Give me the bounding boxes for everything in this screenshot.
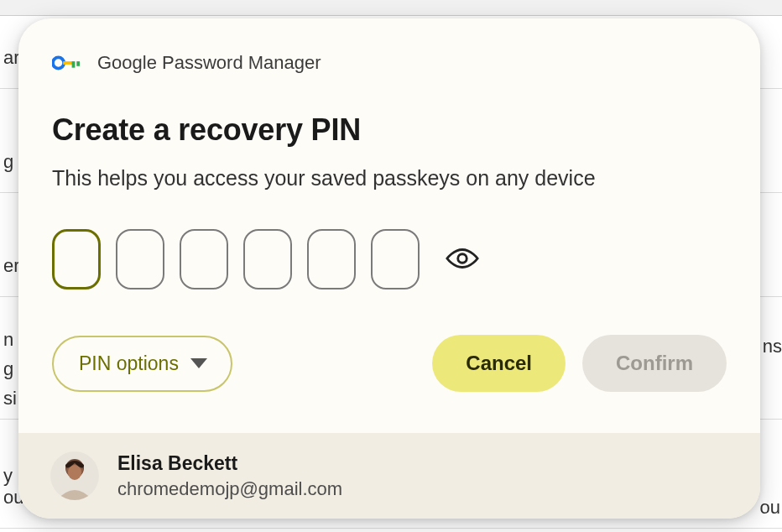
- svg-rect-3: [76, 61, 80, 66]
- svg-point-8: [68, 465, 81, 480]
- pin-digit-1[interactable]: [52, 229, 101, 289]
- svg-point-0: [53, 57, 64, 68]
- user-name: Elisa Beckett: [117, 452, 342, 475]
- pin-input-row: [52, 229, 727, 289]
- svg-point-4: [458, 253, 467, 263]
- app-header: Google Password Manager: [52, 52, 727, 74]
- bg-text: ou: [760, 497, 780, 519]
- pin-digit-6[interactable]: [371, 229, 420, 289]
- pin-digit-2[interactable]: [116, 229, 164, 289]
- pin-options-dropdown[interactable]: PIN options: [52, 336, 232, 392]
- chevron-down-icon: [190, 358, 207, 368]
- confirm-button[interactable]: Confirm: [582, 335, 727, 392]
- bg-text: ns: [763, 336, 782, 357]
- avatar: [50, 451, 99, 500]
- pin-digit-5[interactable]: [307, 229, 356, 289]
- svg-rect-1: [63, 61, 72, 65]
- password-manager-key-icon: [52, 53, 81, 73]
- toggle-visibility-button[interactable]: [441, 243, 483, 277]
- recovery-pin-dialog: Google Password Manager Create a recover…: [18, 18, 760, 519]
- dialog-subtitle: This helps you access your saved passkey…: [52, 166, 727, 190]
- account-footer[interactable]: Elisa Beckett chromedemojp@gmail.com: [18, 433, 760, 519]
- cancel-button[interactable]: Cancel: [432, 335, 566, 392]
- eye-icon: [445, 261, 480, 274]
- pin-digit-3[interactable]: [180, 229, 228, 289]
- pin-options-label: PIN options: [79, 352, 179, 375]
- app-name: Google Password Manager: [97, 52, 321, 74]
- user-email: chromedemojp@gmail.com: [117, 478, 342, 500]
- dialog-title: Create a recovery PIN: [52, 112, 727, 148]
- pin-digit-4[interactable]: [243, 229, 292, 289]
- svg-rect-2: [72, 61, 76, 68]
